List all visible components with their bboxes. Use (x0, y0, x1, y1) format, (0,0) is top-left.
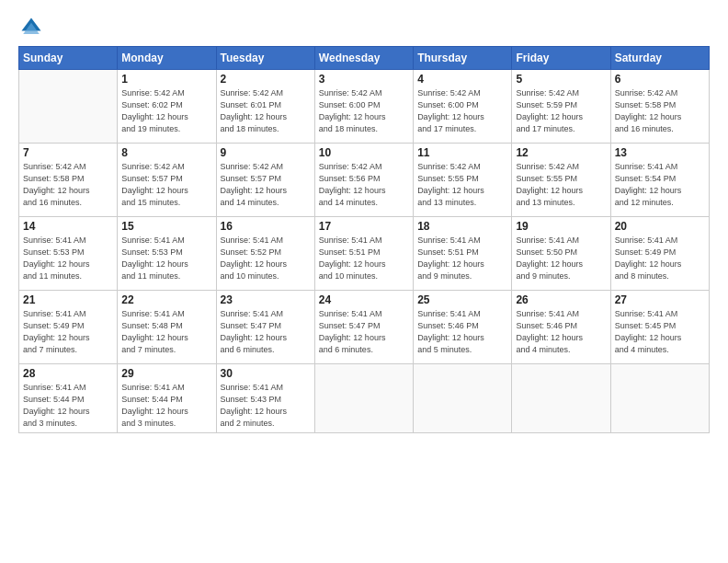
calendar-cell: 8Sunrise: 5:42 AM Sunset: 5:57 PM Daylig… (118, 144, 216, 217)
day-info: Sunrise: 5:42 AM Sunset: 6:00 PM Dayligh… (319, 87, 409, 135)
calendar-header-sunday: Sunday (19, 47, 118, 70)
day-number: 29 (121, 367, 211, 380)
day-number: 6 (615, 73, 705, 86)
day-number: 12 (516, 146, 606, 159)
day-number: 15 (121, 220, 211, 233)
day-info: Sunrise: 5:42 AM Sunset: 6:01 PM Dayligh… (221, 87, 311, 135)
day-info: Sunrise: 5:41 AM Sunset: 5:43 PM Dayligh… (221, 382, 311, 430)
calendar-cell: 4Sunrise: 5:42 AM Sunset: 6:00 PM Daylig… (414, 70, 512, 144)
day-number: 3 (319, 73, 409, 86)
calendar-cell: 7Sunrise: 5:42 AM Sunset: 5:58 PM Daylig… (19, 144, 118, 217)
day-info: Sunrise: 5:41 AM Sunset: 5:44 PM Dayligh… (121, 382, 211, 430)
day-info: Sunrise: 5:42 AM Sunset: 5:56 PM Dayligh… (319, 161, 409, 209)
header (18, 15, 710, 40)
day-number: 18 (417, 220, 507, 233)
calendar-cell: 11Sunrise: 5:42 AM Sunset: 5:55 PM Dayli… (414, 144, 512, 217)
day-number: 20 (615, 220, 705, 233)
day-info: Sunrise: 5:41 AM Sunset: 5:53 PM Dayligh… (23, 235, 113, 282)
calendar-cell: 1Sunrise: 5:42 AM Sunset: 6:02 PM Daylig… (118, 70, 216, 144)
calendar-cell: 19Sunrise: 5:41 AM Sunset: 5:50 PM Dayli… (512, 217, 610, 291)
calendar-week-4: 21Sunrise: 5:41 AM Sunset: 5:49 PM Dayli… (19, 291, 710, 364)
calendar-header-tuesday: Tuesday (216, 47, 314, 70)
day-info: Sunrise: 5:41 AM Sunset: 5:51 PM Dayligh… (319, 235, 409, 282)
calendar-cell: 23Sunrise: 5:41 AM Sunset: 5:47 PM Dayli… (216, 291, 314, 364)
calendar-cell: 12Sunrise: 5:42 AM Sunset: 5:55 PM Dayli… (512, 144, 610, 217)
day-info: Sunrise: 5:41 AM Sunset: 5:54 PM Dayligh… (615, 161, 705, 209)
day-number: 10 (319, 146, 409, 159)
day-number: 21 (23, 293, 113, 306)
calendar-table: SundayMondayTuesdayWednesdayThursdayFrid… (18, 46, 710, 433)
day-info: Sunrise: 5:41 AM Sunset: 5:49 PM Dayligh… (23, 308, 113, 356)
calendar-header-row: SundayMondayTuesdayWednesdayThursdayFrid… (19, 47, 710, 70)
day-info: Sunrise: 5:42 AM Sunset: 6:02 PM Dayligh… (121, 87, 211, 135)
calendar-cell: 22Sunrise: 5:41 AM Sunset: 5:48 PM Dayli… (118, 291, 216, 364)
calendar-cell: 14Sunrise: 5:41 AM Sunset: 5:53 PM Dayli… (19, 217, 118, 291)
calendar-week-1: 1Sunrise: 5:42 AM Sunset: 6:02 PM Daylig… (19, 70, 710, 144)
day-info: Sunrise: 5:42 AM Sunset: 6:00 PM Dayligh… (417, 87, 507, 135)
day-info: Sunrise: 5:41 AM Sunset: 5:45 PM Dayligh… (615, 308, 705, 356)
calendar-header-thursday: Thursday (414, 47, 512, 70)
calendar-cell (19, 70, 118, 144)
calendar-cell: 29Sunrise: 5:41 AM Sunset: 5:44 PM Dayli… (118, 364, 216, 433)
day-info: Sunrise: 5:41 AM Sunset: 5:47 PM Dayligh… (221, 308, 311, 356)
calendar-week-3: 14Sunrise: 5:41 AM Sunset: 5:53 PM Dayli… (19, 217, 710, 291)
day-info: Sunrise: 5:41 AM Sunset: 5:48 PM Dayligh… (121, 308, 211, 356)
calendar-header-wednesday: Wednesday (314, 47, 413, 70)
calendar-cell: 25Sunrise: 5:41 AM Sunset: 5:46 PM Dayli… (414, 291, 512, 364)
day-info: Sunrise: 5:41 AM Sunset: 5:47 PM Dayligh… (319, 308, 409, 356)
calendar-cell: 16Sunrise: 5:41 AM Sunset: 5:52 PM Dayli… (216, 217, 314, 291)
day-number: 9 (221, 146, 311, 159)
day-number: 4 (417, 73, 507, 86)
day-info: Sunrise: 5:42 AM Sunset: 5:57 PM Dayligh… (121, 161, 211, 209)
day-info: Sunrise: 5:41 AM Sunset: 5:49 PM Dayligh… (615, 235, 705, 282)
day-info: Sunrise: 5:41 AM Sunset: 5:53 PM Dayligh… (121, 235, 211, 282)
day-info: Sunrise: 5:41 AM Sunset: 5:52 PM Dayligh… (221, 235, 311, 282)
day-number: 14 (23, 220, 113, 233)
calendar-cell: 26Sunrise: 5:41 AM Sunset: 5:46 PM Dayli… (512, 291, 610, 364)
calendar-header-monday: Monday (118, 47, 216, 70)
logo-icon (18, 15, 44, 40)
day-number: 17 (319, 220, 409, 233)
day-info: Sunrise: 5:42 AM Sunset: 5:58 PM Dayligh… (23, 161, 113, 209)
day-info: Sunrise: 5:41 AM Sunset: 5:46 PM Dayligh… (417, 308, 507, 356)
day-number: 23 (221, 293, 311, 306)
day-number: 2 (221, 73, 311, 86)
calendar-cell: 24Sunrise: 5:41 AM Sunset: 5:47 PM Dayli… (314, 291, 413, 364)
day-number: 19 (516, 220, 606, 233)
calendar-cell: 27Sunrise: 5:41 AM Sunset: 5:45 PM Dayli… (610, 291, 709, 364)
calendar-cell: 10Sunrise: 5:42 AM Sunset: 5:56 PM Dayli… (314, 144, 413, 217)
day-number: 25 (417, 293, 507, 306)
calendar-cell: 17Sunrise: 5:41 AM Sunset: 5:51 PM Dayli… (314, 217, 413, 291)
day-number: 11 (417, 146, 507, 159)
calendar-cell: 2Sunrise: 5:42 AM Sunset: 6:01 PM Daylig… (216, 70, 314, 144)
calendar-cell: 20Sunrise: 5:41 AM Sunset: 5:49 PM Dayli… (610, 217, 709, 291)
calendar-header-saturday: Saturday (610, 47, 709, 70)
page: SundayMondayTuesdayWednesdayThursdayFrid… (0, 0, 728, 563)
calendar-cell: 15Sunrise: 5:41 AM Sunset: 5:53 PM Dayli… (118, 217, 216, 291)
day-info: Sunrise: 5:41 AM Sunset: 5:46 PM Dayligh… (516, 308, 606, 356)
calendar-week-2: 7Sunrise: 5:42 AM Sunset: 5:58 PM Daylig… (19, 144, 710, 217)
calendar-cell (512, 364, 610, 433)
day-info: Sunrise: 5:42 AM Sunset: 5:57 PM Dayligh… (221, 161, 311, 209)
day-number: 7 (23, 146, 113, 159)
day-number: 22 (121, 293, 211, 306)
calendar-cell: 3Sunrise: 5:42 AM Sunset: 6:00 PM Daylig… (314, 70, 413, 144)
day-number: 5 (516, 73, 606, 86)
day-info: Sunrise: 5:42 AM Sunset: 5:55 PM Dayligh… (417, 161, 507, 209)
calendar-cell: 5Sunrise: 5:42 AM Sunset: 5:59 PM Daylig… (512, 70, 610, 144)
day-info: Sunrise: 5:42 AM Sunset: 5:55 PM Dayligh… (516, 161, 606, 209)
logo (18, 15, 48, 40)
calendar-cell (610, 364, 709, 433)
day-info: Sunrise: 5:41 AM Sunset: 5:51 PM Dayligh… (417, 235, 507, 282)
day-number: 1 (121, 73, 211, 86)
calendar-cell: 6Sunrise: 5:42 AM Sunset: 5:58 PM Daylig… (610, 70, 709, 144)
day-info: Sunrise: 5:42 AM Sunset: 5:58 PM Dayligh… (615, 87, 705, 135)
calendar-header-friday: Friday (512, 47, 610, 70)
day-number: 13 (615, 146, 705, 159)
calendar-cell: 30Sunrise: 5:41 AM Sunset: 5:43 PM Dayli… (216, 364, 314, 433)
day-number: 27 (615, 293, 705, 306)
day-number: 24 (319, 293, 409, 306)
calendar-cell: 18Sunrise: 5:41 AM Sunset: 5:51 PM Dayli… (414, 217, 512, 291)
day-number: 28 (23, 367, 113, 380)
calendar-cell (414, 364, 512, 433)
